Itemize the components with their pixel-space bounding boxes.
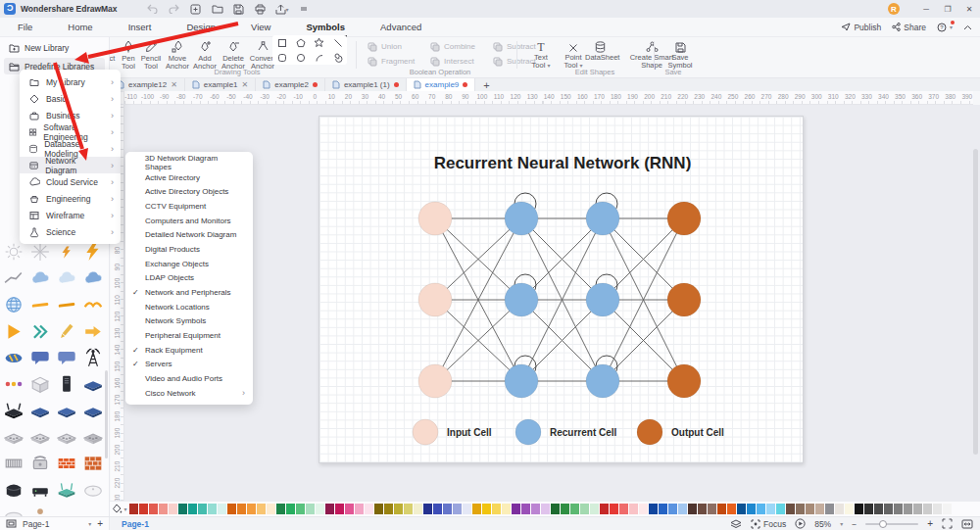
help-button[interactable]: ? ▾ xyxy=(937,23,953,32)
submenu-active-directory[interactable]: Active Directory xyxy=(125,170,253,185)
publish-button[interactable]: Publish xyxy=(841,23,881,32)
layers-icon[interactable] xyxy=(730,519,742,529)
fit-to-window-icon[interactable] xyxy=(961,519,973,529)
submenu-cisco-network[interactable]: Cisco Network› xyxy=(125,386,253,401)
submenu-computers-and-monitors[interactable]: Computers and Monitors xyxy=(125,214,253,228)
active-page-tab[interactable]: Page-1 xyxy=(110,519,161,529)
color-swatch[interactable] xyxy=(276,504,285,514)
color-swatch[interactable] xyxy=(600,504,609,514)
library-shape-antenna[interactable] xyxy=(83,348,103,367)
customize-quick-access-icon[interactable] xyxy=(296,3,312,16)
tool-add-anchor[interactable]: AddAnchor xyxy=(190,39,220,71)
boolean-combine[interactable]: Combine xyxy=(430,40,475,53)
color-swatch[interactable] xyxy=(943,504,952,514)
color-swatch[interactable] xyxy=(345,504,354,514)
circle-shape-icon[interactable] xyxy=(296,53,306,63)
library-shape-tower[interactable] xyxy=(57,374,76,394)
export-icon[interactable]: ▾ xyxy=(274,3,290,16)
color-swatch[interactable] xyxy=(835,504,844,514)
boolean-union[interactable]: Union xyxy=(368,40,402,53)
color-swatch[interactable] xyxy=(247,504,256,514)
color-swatch[interactable] xyxy=(737,504,746,514)
color-swatch[interactable] xyxy=(512,504,520,514)
color-swatch[interactable] xyxy=(786,504,795,514)
library-shape-tri[interactable] xyxy=(4,321,24,341)
focus-button[interactable]: Focus xyxy=(751,519,786,529)
library-shape-pouch[interactable] xyxy=(4,480,24,500)
submenu-digital-products[interactable]: Digital Products xyxy=(125,242,253,257)
submenu-exchange-objects[interactable]: Exchange Objects xyxy=(125,257,253,271)
open-folder-icon[interactable] xyxy=(210,3,225,16)
tool-delete-anchor[interactable]: DeleteAnchor xyxy=(219,39,248,71)
library-shape-line[interactable] xyxy=(4,268,24,288)
tab-example12[interactable]: example12✕ xyxy=(110,78,185,91)
library-shape-switch[interactable] xyxy=(83,374,103,394)
library-shape-globe[interactable] xyxy=(4,295,24,314)
color-swatch[interactable] xyxy=(374,504,383,514)
zoom-in-button[interactable]: + xyxy=(927,518,933,529)
color-swatch[interactable] xyxy=(551,504,560,514)
library-shape-darr[interactable] xyxy=(30,321,50,341)
color-swatch[interactable] xyxy=(443,504,452,514)
account-avatar[interactable]: R xyxy=(888,3,900,15)
tab-close-icon[interactable]: ✕ xyxy=(171,80,177,89)
undo-icon[interactable] xyxy=(145,3,161,16)
recurrent-cell-node[interactable] xyxy=(505,202,538,235)
library-menu-engineering[interactable]: Engineering› xyxy=(20,190,121,207)
tab-example2[interactable]: example2 xyxy=(256,78,325,91)
new-tab-button[interactable]: + xyxy=(475,78,497,91)
recurrent-cell-node[interactable] xyxy=(586,283,619,316)
color-swatch[interactable] xyxy=(757,504,765,514)
color-swatch[interactable] xyxy=(502,504,511,514)
color-swatch[interactable] xyxy=(227,504,236,514)
star-shape-icon[interactable] xyxy=(314,37,324,48)
submenu-servers[interactable]: ✓Servers xyxy=(125,358,253,372)
color-swatch[interactable] xyxy=(668,504,677,514)
color-swatch[interactable] xyxy=(414,504,422,514)
zoom-out-button[interactable]: − xyxy=(852,519,857,529)
library-menu-network-diagram[interactable]: Network Diagram› xyxy=(20,157,121,173)
tool-text-tool[interactable]: TTextTool ▾ xyxy=(526,39,556,70)
rounded-rectangle-shape-icon[interactable] xyxy=(277,53,287,63)
output-cell-node[interactable] xyxy=(667,283,701,316)
color-swatch[interactable] xyxy=(541,504,550,514)
drawing-page[interactable]: Recurrent Neural Network (RNN)Input Cell… xyxy=(318,116,804,463)
color-swatch[interactable] xyxy=(629,504,638,514)
color-swatch[interactable] xyxy=(433,504,442,514)
input-cell-node[interactable] xyxy=(418,283,452,316)
legend-swatch-recurrent-cell[interactable] xyxy=(515,419,541,445)
recurrent-cell-node[interactable] xyxy=(505,364,538,398)
color-swatch[interactable] xyxy=(159,504,168,514)
recurrent-cell-node[interactable] xyxy=(505,283,538,316)
library-shape-pencil[interactable] xyxy=(57,321,76,341)
fill-color-bucket-icon[interactable]: ▾ xyxy=(110,504,129,514)
menu-home[interactable]: Home xyxy=(50,18,110,37)
color-swatch[interactable] xyxy=(727,504,736,514)
library-shape-dots[interactable] xyxy=(4,374,24,394)
library-shape-wall[interactable] xyxy=(83,454,103,473)
library-shape-cardrack[interactable] xyxy=(4,454,24,473)
share-button[interactable]: Share xyxy=(892,23,926,32)
library-menu-database-modeling[interactable]: Database Modeling› xyxy=(20,140,121,157)
library-shape-firewall[interactable] xyxy=(57,454,76,473)
boolean-fragment-2[interactable]: Fragment xyxy=(368,55,415,68)
menu-file[interactable]: File xyxy=(0,18,50,37)
color-swatch[interactable] xyxy=(531,504,540,514)
color-swatch[interactable] xyxy=(521,504,530,514)
library-shape-modem[interactable] xyxy=(30,480,50,500)
submenu-cctv-equipment[interactable]: CCTV Equipment xyxy=(125,199,253,214)
boolean-intersect-2[interactable]: Intersect xyxy=(430,55,474,68)
color-swatch[interactable] xyxy=(776,504,785,514)
submenu-3d-network-diagram-shapes[interactable]: 3D Network Diagram Shapes xyxy=(125,156,253,170)
color-swatch[interactable] xyxy=(149,504,158,514)
minimize-button[interactable]: ─ xyxy=(915,0,937,18)
color-swatch[interactable] xyxy=(463,504,471,514)
color-swatch[interactable] xyxy=(335,504,344,514)
color-swatch[interactable] xyxy=(884,504,893,514)
library-shape-rack[interactable] xyxy=(4,427,24,447)
input-cell-node[interactable] xyxy=(418,364,452,398)
library-shape-rack[interactable] xyxy=(57,427,76,447)
new-file-icon[interactable] xyxy=(188,3,204,16)
library-shape-bolt[interactable] xyxy=(83,242,103,262)
submenu-ldap-objects[interactable]: LDAP Objects xyxy=(125,271,253,286)
